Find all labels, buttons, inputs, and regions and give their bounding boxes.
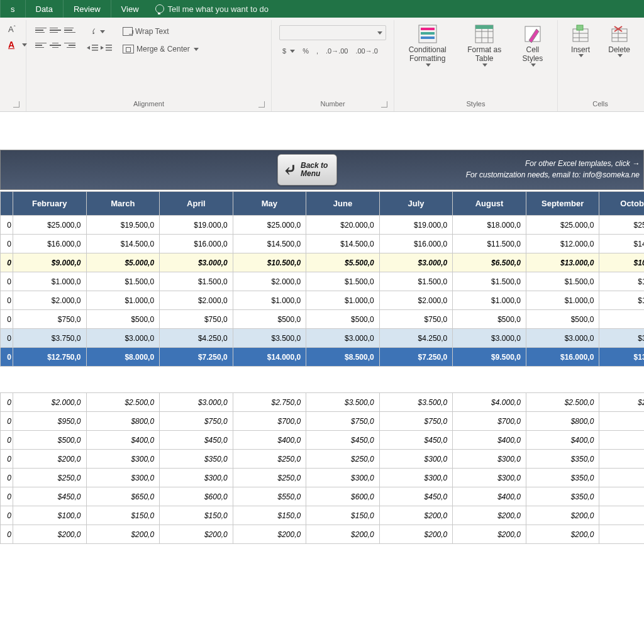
cell[interactable]: $2.000,0 — [13, 393, 87, 412]
cell[interactable]: $250,0 — [233, 469, 306, 487]
cell[interactable]: $25.000,0 — [526, 216, 599, 235]
cell[interactable]: $600,0 — [306, 487, 380, 506]
cell[interactable]: $8.500,0 — [306, 348, 380, 367]
row-stub[interactable]: 0 — [1, 506, 13, 525]
cell[interactable]: $500,0 — [306, 310, 380, 329]
cell[interactable]: $1.000,0 — [306, 291, 380, 310]
cell[interactable]: $500,0 — [233, 310, 306, 329]
cell[interactable]: $400,0 — [599, 469, 644, 487]
cell[interactable]: $150,0 — [306, 506, 380, 525]
col-october[interactable]: October — [599, 192, 644, 216]
table-row[interactable]: 0$25.000,0$19.500,0$19.000,0$25.000,0$20… — [1, 216, 645, 235]
dialog-launcher-icon[interactable] — [258, 101, 265, 108]
cell[interactable]: $400,0 — [233, 431, 306, 450]
cell[interactable]: $500,0 — [599, 310, 644, 329]
decrease-indent-button[interactable] — [87, 43, 98, 53]
row-stub[interactable]: 0 — [1, 431, 13, 450]
cell[interactable]: $450,0 — [379, 487, 453, 506]
cell[interactable]: $650,0 — [86, 487, 160, 506]
row-stub[interactable]: 0 — [1, 487, 13, 506]
cell[interactable]: $300,0 — [86, 469, 160, 487]
cell[interactable]: $250,0 — [599, 506, 644, 525]
cell[interactable]: $12.000,0 — [526, 235, 599, 253]
cell[interactable]: $25.000,0 — [233, 216, 306, 235]
cell[interactable]: $14.500,0 — [86, 235, 160, 253]
row-stub[interactable]: 0 — [1, 235, 13, 253]
cell[interactable]: $12.750,0 — [13, 348, 87, 367]
cell[interactable]: $250,0 — [306, 450, 380, 469]
cell[interactable]: $3.000,0 — [599, 329, 644, 348]
cell[interactable]: $3.000,0 — [160, 253, 233, 272]
cell[interactable]: $20.000,0 — [306, 216, 380, 235]
cell[interactable]: $2.000,0 — [379, 291, 453, 310]
cell[interactable]: $16.000,0 — [160, 235, 233, 253]
cell[interactable]: $3.000,0 — [86, 329, 160, 348]
cell[interactable]: $350,0 — [526, 450, 599, 469]
cell[interactable]: $300,0 — [453, 469, 526, 487]
comma-format-button[interactable]: , — [313, 45, 321, 57]
row-stub[interactable]: 0 — [1, 310, 13, 329]
cell[interactable]: $350,0 — [526, 469, 599, 487]
cell[interactable]: $3.500,0 — [379, 393, 453, 412]
increase-indent-button[interactable] — [101, 43, 112, 53]
cell[interactable]: $250,0 — [599, 525, 644, 544]
cell[interactable]: $3.000,0 — [526, 329, 599, 348]
cell[interactable]: $400,0 — [526, 431, 599, 450]
tab-review[interactable]: Review — [63, 0, 111, 18]
row-stub[interactable]: 0 — [1, 272, 13, 291]
cell[interactable]: $300,0 — [86, 450, 160, 469]
cell[interactable]: $200,0 — [306, 525, 380, 544]
col-april[interactable]: April — [160, 192, 233, 216]
col-june[interactable]: June — [306, 192, 380, 216]
align-middle-button[interactable] — [50, 25, 61, 35]
cell[interactable]: $200,0 — [453, 525, 526, 544]
back-to-menu-button[interactable]: ⤶ Back toMenu — [277, 154, 337, 186]
cell[interactable]: $150,0 — [233, 506, 306, 525]
cell[interactable]: $4.000,0 — [453, 393, 526, 412]
cell[interactable]: $500,0 — [86, 310, 160, 329]
cell[interactable]: $300,0 — [306, 469, 380, 487]
cell[interactable]: $1.000,0 — [599, 291, 644, 310]
col-september[interactable]: September — [526, 192, 599, 216]
dialog-launcher-icon[interactable] — [13, 101, 19, 108]
decrease-decimal-button[interactable]: .00→.0 — [352, 45, 380, 57]
merge-center-button[interactable]: Merge & Center — [119, 43, 202, 55]
col-may[interactable]: May — [233, 192, 306, 216]
cell[interactable]: $1.500,0 — [453, 272, 526, 291]
cell[interactable]: $1.500,0 — [526, 272, 599, 291]
cell[interactable]: $14.500,0 — [233, 235, 306, 253]
cell[interactable]: $750,0 — [13, 310, 87, 329]
cell[interactable]: $19.000,0 — [379, 216, 453, 235]
tab-partial[interactable]: s — [0, 0, 25, 18]
table-row[interactable]: 0$500,0$400,0$450,0$400,0$450,0$450,0$40… — [1, 431, 645, 450]
cell[interactable]: $300,0 — [379, 450, 453, 469]
align-right-button[interactable] — [64, 40, 75, 50]
orientation-button[interactable]: ⤹ — [87, 25, 112, 38]
cell[interactable]: $300,0 — [160, 469, 233, 487]
cell[interactable]: $8.000,0 — [86, 348, 160, 367]
table-row[interactable]: 0$200,0$300,0$350,0$250,0$250,0$300,0$30… — [1, 450, 645, 469]
cell[interactable]: $2.000,0 — [233, 272, 306, 291]
cell[interactable]: $200,0 — [526, 506, 599, 525]
cell[interactable]: $200,0 — [13, 450, 87, 469]
accounting-format-button[interactable]: $ — [279, 45, 298, 57]
cell[interactable]: $4.250,0 — [379, 329, 453, 348]
cell[interactable]: $350,0 — [599, 487, 644, 506]
cell[interactable]: $1.000,0 — [86, 291, 160, 310]
cell[interactable]: $14.000,0 — [233, 348, 306, 367]
tab-view[interactable]: View — [111, 0, 149, 18]
cell[interactable]: $750,0 — [379, 412, 453, 431]
cell[interactable]: $25.000,0 — [13, 216, 87, 235]
cell[interactable]: $250,0 — [13, 469, 87, 487]
cell[interactable]: $200,0 — [160, 525, 233, 544]
table-row[interactable]: 0$450,0$650,0$600,0$550,0$600,0$450,0$40… — [1, 487, 645, 506]
cell[interactable]: $200,0 — [379, 506, 453, 525]
row-stub[interactable]: 0 — [1, 348, 13, 367]
cell[interactable]: $1.500,0 — [160, 272, 233, 291]
cell[interactable]: $400,0 — [453, 487, 526, 506]
cell[interactable]: $10.500,0 — [233, 253, 306, 272]
row-stub[interactable]: 0 — [1, 291, 13, 310]
row-stub[interactable]: 0 — [1, 253, 13, 272]
cell[interactable]: $500,0 — [526, 310, 599, 329]
table-row[interactable]: 0$2.000,0$1.000,0$2.000,0$1.000,0$1.000,… — [1, 291, 645, 310]
